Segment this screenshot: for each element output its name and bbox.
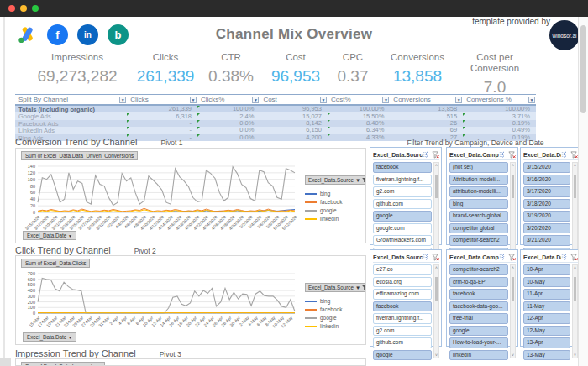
slicer-item[interactable]: 10-Apr — [523, 264, 570, 275]
scroll-down-icon[interactable]: ˅ — [573, 353, 577, 358]
multi-select-icon[interactable] — [499, 151, 506, 158]
scroll-up-icon[interactable]: ˄ — [573, 265, 577, 270]
multi-select-icon[interactable] — [499, 254, 506, 260]
scroll-down-icon[interactable]: ˅ — [434, 353, 438, 358]
scroll-up-icon[interactable]: ˄ — [434, 265, 438, 270]
column-filter-dropdown-icon[interactable]: ▼ — [320, 97, 327, 103]
measure-field-button[interactable]: Sum of Excel_Data.Data_Driven_Conversion… — [21, 151, 138, 160]
vertical-scrollbar-thumb[interactable] — [580, 25, 586, 113]
clear-filter-icon[interactable] — [570, 254, 578, 261]
column-filter-dropdown-icon[interactable]: ▼ — [119, 97, 126, 103]
clear-filter-icon[interactable] — [432, 151, 439, 159]
multi-select-icon[interactable] — [423, 151, 429, 158]
column-header[interactable]: Cost▼ — [260, 95, 328, 104]
slicer-item[interactable]: 3/16/2020 — [523, 175, 570, 186]
clear-filter-icon[interactable] — [570, 151, 578, 159]
slicer-item[interactable]: crm-to-ga-EP — [449, 277, 508, 288]
scroll-up-icon[interactable]: ˄ — [434, 163, 438, 168]
slicer-item[interactable]: competitor-search2 — [449, 235, 508, 246]
multi-select-icon[interactable] — [423, 254, 429, 260]
slicer-item[interactable]: google — [373, 350, 432, 361]
slicer-item[interactable]: GrowthHackers.com — [373, 235, 432, 246]
slicer-item[interactable]: fivetran.lightning.f... — [373, 175, 432, 186]
multi-select-icon[interactable] — [561, 254, 568, 260]
column-header-channel[interactable]: Split By Channel▼ — [15, 95, 127, 104]
axis-field-button[interactable]: Excel_Data.Date ▼ — [23, 231, 76, 240]
slicer-item[interactable]: competitor-search2 — [449, 264, 508, 275]
slicer-scroll-thumb[interactable] — [574, 175, 576, 198]
slicer-item[interactable]: 12-May — [523, 326, 570, 337]
slicer-item[interactable]: google — [373, 211, 432, 222]
clear-filter-icon[interactable] — [508, 151, 516, 159]
scroll-down-icon[interactable]: ˅ — [511, 353, 515, 358]
slicer-item[interactable]: facebook-data-goo... — [449, 301, 508, 312]
axis-field-button[interactable]: Excel_Data.Date ▼ — [23, 332, 76, 342]
slicer-scrollbar[interactable]: ˄˅ — [433, 264, 439, 358]
column-header[interactable]: Clicks▼ — [127, 95, 197, 104]
slicer-scrollbar[interactable]: ˄˅ — [572, 162, 578, 256]
scroll-up-icon[interactable]: ˄ — [573, 163, 577, 168]
multi-select-icon[interactable] — [561, 151, 568, 158]
column-filter-dropdown-icon[interactable]: ▼ — [455, 97, 462, 103]
vertical-scrollbar[interactable] — [578, 17, 588, 366]
close-window-button[interactable] — [8, 5, 15, 12]
slicer-scrollbar[interactable]: ˄˅ — [510, 162, 516, 256]
slicer-item[interactable]: 3/20/2020 — [523, 223, 570, 234]
column-filter-dropdown-icon[interactable]: ▼ — [190, 97, 197, 103]
column-filter-dropdown-icon[interactable]: ▼ — [382, 97, 389, 103]
slicer-scrollbar[interactable]: ˄˅ — [433, 162, 439, 256]
legend-field-button[interactable]: Excel_Data.Source ▼ — [305, 283, 366, 292]
column-header[interactable]: Clicks%▼ — [197, 95, 260, 104]
slicer-item[interactable]: ecosia.org — [373, 277, 432, 288]
slicer-scroll-thumb[interactable] — [512, 277, 514, 301]
slicer-item[interactable]: 13-May — [523, 350, 570, 361]
measure-field-button[interactable]: Sum of Excel_Data.Clicks — [21, 259, 90, 268]
slicer-item[interactable]: fivetran.lightning.f... — [373, 313, 432, 324]
column-header[interactable]: Conversions▼ — [390, 95, 463, 104]
slicer-scroll-thumb[interactable] — [435, 175, 438, 198]
slicer-item[interactable]: facebook — [449, 289, 508, 300]
slicer-scrollbar[interactable]: ˄˅ — [510, 264, 516, 358]
slicer-item[interactable]: e27.co — [373, 264, 432, 275]
slicer-scrollbar[interactable]: ˄˅ — [572, 264, 578, 358]
column-filter-dropdown-icon[interactable]: ▼ — [528, 97, 535, 103]
slicer-item[interactable]: 3/18/2020 — [523, 199, 570, 210]
slicer-item[interactable]: 10-May — [523, 277, 570, 288]
slicer-item[interactable]: 11-Apr — [523, 289, 570, 300]
minimize-window-button[interactable] — [20, 5, 27, 12]
slicer-item[interactable]: facebook — [373, 301, 432, 312]
scroll-up-icon[interactable]: ˄ — [511, 163, 515, 168]
measure-field-button[interactable]: Sum of Excel_Data.Impressions — [21, 362, 105, 366]
slicer-item[interactable]: free-trial — [449, 313, 508, 324]
slicer-item[interactable]: How-to-load-your-... — [449, 337, 508, 348]
slicer-item[interactable]: 3/19/2020 — [523, 211, 570, 222]
slicer-scroll-thumb[interactable] — [512, 175, 514, 198]
slicer-item[interactable]: Attribution-modeli... — [449, 175, 508, 186]
maximize-window-button[interactable] — [32, 5, 39, 12]
slicer-scroll-thumb[interactable] — [435, 277, 438, 301]
slicer-item[interactable]: competitor global — [449, 223, 508, 234]
slicer-item[interactable]: 13-Apr — [523, 337, 570, 348]
slicer-item[interactable]: bing — [449, 199, 508, 210]
legend-field-button[interactable]: Excel_Data.Source ▼ — [305, 175, 366, 185]
slicer-scroll-thumb[interactable] — [574, 277, 576, 301]
column-filter-dropdown-icon[interactable]: ▼ — [252, 97, 259, 103]
windsor-logo[interactable]: windsor.ai — [549, 20, 580, 50]
slicer-item[interactable]: google — [449, 326, 508, 337]
slicer-item[interactable]: 3/15/2020 — [523, 162, 570, 173]
slicer-item[interactable]: g2.com — [373, 326, 432, 337]
slicer-item[interactable]: (not set) — [449, 162, 508, 173]
clear-filter-icon[interactable] — [432, 254, 439, 261]
slicer-item[interactable]: google.com — [373, 223, 432, 234]
slicer-item[interactable]: effinamazing.com — [373, 289, 432, 300]
slicer-item[interactable]: 3/21/2020 — [523, 235, 570, 246]
slicer-item[interactable]: g2.com — [373, 186, 432, 197]
slicer-item[interactable]: github.com — [373, 199, 432, 210]
scroll-up-icon[interactable]: ˄ — [511, 265, 515, 270]
slicer-item[interactable]: github.com — [373, 337, 432, 348]
slicer-item[interactable]: brand-search-global — [449, 211, 508, 222]
column-header[interactable]: Cost%▼ — [328, 95, 390, 104]
slicer-item[interactable]: 3/17/2020 — [523, 186, 570, 197]
slicer-item[interactable]: 11-May — [523, 301, 570, 312]
slicer-item[interactable]: 12-Apr — [523, 313, 570, 324]
